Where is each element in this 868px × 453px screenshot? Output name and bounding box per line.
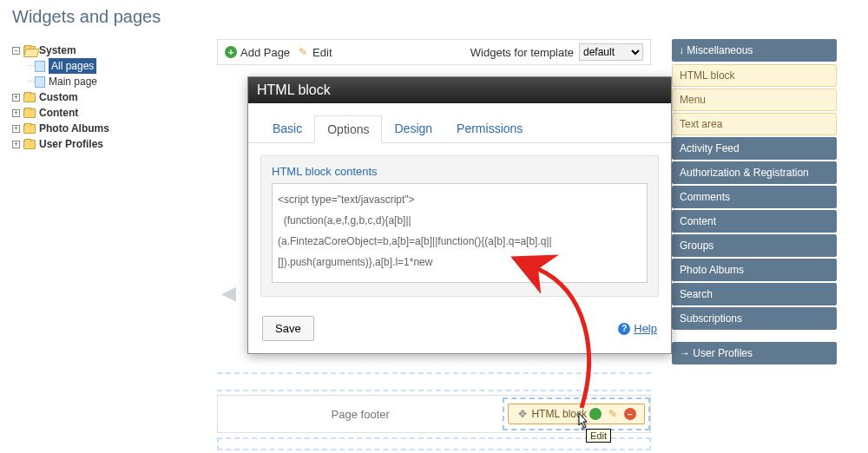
expand-icon[interactable]: +: [12, 125, 20, 133]
tab-design[interactable]: Design: [382, 115, 444, 142]
category-item-groups[interactable]: Groups: [672, 234, 837, 257]
toolbar: + Add Page ✎ Edit Widgets for template d…: [217, 39, 651, 65]
add-page-label: Add Page: [240, 46, 290, 59]
widget-drop-zone[interactable]: ✥ HTML block ✎ −: [503, 397, 650, 430]
plus-icon: +: [225, 46, 237, 58]
tree-label: Photo Albums: [39, 121, 109, 136]
category-item-user-profiles[interactable]: → User Profiles: [672, 342, 837, 364]
tab-options[interactable]: Options: [314, 115, 382, 143]
tree-label: User Profiles: [39, 136, 103, 152]
help-link[interactable]: ? Help: [618, 322, 657, 335]
category-item-authorization[interactable]: Authorization & Registration: [672, 161, 837, 184]
collapse-icon[interactable]: −: [12, 47, 20, 55]
chip-label: HTML block: [531, 408, 587, 420]
category-item-search[interactable]: Search: [672, 283, 837, 305]
category-item-menu[interactable]: Menu: [672, 89, 837, 111]
tree-label: Custom: [39, 89, 78, 105]
html-block-widget-chip[interactable]: ✥ HTML block ✎ −: [508, 404, 645, 424]
expand-icon[interactable]: +: [12, 109, 20, 117]
tree-label: All pages: [49, 58, 96, 74]
html-contents-textarea[interactable]: [272, 183, 648, 283]
folder-icon: [23, 124, 36, 134]
tree-label: System: [39, 43, 76, 58]
folder-icon: [23, 108, 36, 118]
modal-title: HTML block: [248, 77, 671, 103]
tree-item-custom[interactable]: + Custom: [12, 89, 217, 105]
remove-widget-icon[interactable]: −: [624, 408, 636, 420]
tree-label: Content: [39, 105, 78, 121]
category-item-text-area[interactable]: Text area: [672, 113, 837, 135]
page-footer-label: Page footer: [218, 408, 503, 421]
save-button[interactable]: Save: [262, 316, 314, 341]
page-icon: [35, 61, 45, 72]
html-block-modal: HTML block Basic Options Design Permissi…: [247, 76, 672, 354]
folder-icon: [23, 93, 36, 102]
tree-item-main-page[interactable]: ⋯ Main page: [12, 74, 217, 89]
edit-label: Edit: [312, 46, 332, 59]
collapse-pointer-icon[interactable]: ◀: [221, 282, 236, 305]
widget-categories: ↓ Miscellaneous HTML block Menu Text are…: [672, 39, 837, 450]
page-title: Widgets and pages: [0, 0, 868, 39]
page-icon: [35, 76, 45, 88]
edit-widget-icon[interactable]: ✎: [607, 408, 619, 420]
tree-item-system[interactable]: − System: [12, 43, 217, 58]
page-footer-row: Page footer ✥ HTML block ✎ −: [217, 395, 651, 433]
tooltip-edit: Edit: [586, 429, 611, 443]
tab-basic[interactable]: Basic: [260, 115, 314, 142]
category-item-html-block[interactable]: HTML block: [672, 64, 837, 87]
help-label: Help: [634, 322, 657, 335]
template-select[interactable]: default: [579, 43, 643, 61]
category-item-photo-albums[interactable]: Photo Albums: [672, 259, 837, 281]
tree-item-content[interactable]: + Content: [12, 105, 217, 121]
pencil-icon: ✎: [297, 46, 309, 58]
tree-sidebar: − System ⋯ All pages ⋯ Main page + Custo…: [0, 39, 217, 450]
check-icon: [589, 408, 602, 420]
tab-permissions[interactable]: Permissions: [444, 115, 535, 142]
folder-open-icon: [23, 46, 36, 56]
expand-icon[interactable]: +: [12, 94, 20, 102]
drop-zone[interactable]: [217, 372, 651, 391]
widgets-for-template-label: Widgets for template: [470, 46, 574, 59]
category-header-misc[interactable]: ↓ Miscellaneous: [672, 39, 837, 62]
expand-icon[interactable]: +: [12, 141, 20, 148]
move-icon[interactable]: ✥: [516, 408, 529, 420]
tree-item-user-profiles[interactable]: + User Profiles: [12, 136, 217, 152]
tree-label: Main page: [49, 74, 97, 89]
modal-tabs: Basic Options Design Permissions: [248, 103, 671, 143]
folder-icon: [23, 140, 36, 149]
tree-branch-icon: ⋯: [27, 74, 34, 89]
category-item-comments[interactable]: Comments: [672, 186, 837, 208]
edit-button[interactable]: ✎ Edit: [297, 46, 332, 59]
category-item-activity-feed[interactable]: Activity Feed: [672, 137, 837, 160]
field-label-contents: HTML block contents: [272, 165, 648, 178]
tree-branch-icon: ⋯: [27, 58, 34, 74]
category-item-content[interactable]: Content: [672, 210, 837, 233]
category-item-subscriptions[interactable]: Subscriptions: [672, 307, 837, 330]
help-icon: ?: [618, 323, 630, 335]
tree-item-photo-albums[interactable]: + Photo Albums: [12, 121, 217, 136]
add-page-button[interactable]: + Add Page: [225, 46, 290, 59]
tree-item-all-pages[interactable]: ⋯ All pages: [12, 58, 217, 74]
